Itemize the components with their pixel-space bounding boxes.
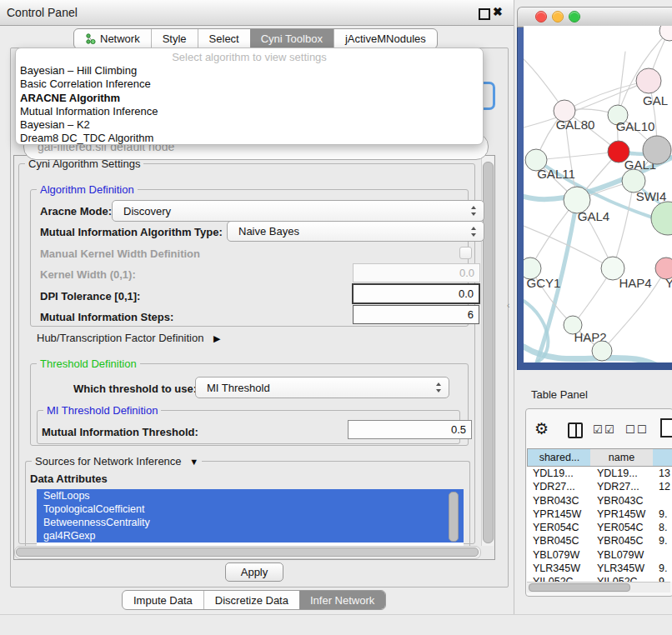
table-cell[interactable]: YBL079W: [590, 548, 653, 562]
minimize-traffic-light-icon[interactable]: [552, 11, 564, 22]
data-attribute-item[interactable]: SelfLoops: [37, 489, 464, 502]
kernel-width-field[interactable]: 0.0: [353, 263, 480, 282]
hub-definition-toggle[interactable]: Hub/Transcription Factor Definition ▶: [37, 332, 220, 344]
network-node[interactable]: [592, 341, 612, 361]
table-cell[interactable]: YBL079W: [527, 548, 590, 562]
unchecked-checkbox-icon[interactable]: ☐: [637, 423, 647, 436]
table-cell[interactable]: YPR145W: [527, 508, 590, 521]
dpi-tolerance-field[interactable]: 0.0: [352, 283, 480, 304]
table-cell[interactable]: YDL19...: [527, 467, 590, 480]
tab-select[interactable]: Select: [198, 29, 250, 48]
table-cell[interactable]: [653, 494, 672, 508]
unchecked-checkbox-icon[interactable]: ☐: [625, 423, 635, 436]
table-cell[interactable]: YDR27...: [590, 480, 653, 493]
table-row[interactable]: YBR045CYBR045C9.: [527, 534, 672, 548]
table-row[interactable]: YIL052CYIL052C9.: [527, 575, 672, 582]
table-row[interactable]: YDR27...YDR27...12: [527, 480, 672, 493]
control-panel-title: Control Panel: [7, 6, 78, 19]
table-row[interactable]: YBR043CYBR043C: [527, 494, 672, 508]
network-node[interactable]: [651, 202, 672, 235]
algorithm-option[interactable]: Basic Correlation Inference: [16, 78, 483, 91]
table-cell[interactable]: 9.: [653, 534, 672, 548]
tab-jactivemnodules[interactable]: jActiveMNodules: [333, 29, 437, 48]
table-cell[interactable]: YER054C: [527, 521, 590, 534]
algorithm-option[interactable]: Bayesian – K2: [16, 118, 483, 132]
table-cell[interactable]: YER054C: [590, 521, 653, 534]
mi-steps-field[interactable]: 6: [353, 305, 479, 324]
table-cell[interactable]: 12: [653, 480, 672, 493]
control-panel-tabbar: Network Style Select Cyni Toolbox jActiv…: [73, 28, 438, 49]
tab-discretize-data[interactable]: Discretize Data: [203, 591, 299, 609]
data-attribute-item[interactable]: BetweennessCentrality: [37, 516, 464, 529]
table-cell[interactable]: YBR045C: [527, 534, 590, 548]
table-hscrollbar-thumb[interactable]: [529, 583, 630, 592]
float-window-icon[interactable]: [479, 8, 490, 20]
table-row[interactable]: YDL19...YDL19...13: [527, 467, 672, 480]
tab-infer-network[interactable]: Infer Network: [299, 591, 385, 609]
which-threshold-value: MI Threshold: [207, 382, 270, 394]
tab-label: Network: [100, 32, 140, 45]
table-row[interactable]: YLR345WYLR345W9.: [527, 562, 672, 575]
tab-impute-data[interactable]: Impute Data: [123, 591, 203, 609]
columns-icon[interactable]: [568, 422, 583, 438]
table-cell[interactable]: YLR345W: [527, 562, 590, 575]
network-edge[interactable]: [564, 81, 649, 111]
aracne-mode-combo[interactable]: Discovery: [112, 200, 484, 222]
table-cell[interactable]: YBR045C: [590, 534, 653, 548]
horizontal-scrollbar-thumb[interactable]: [16, 548, 479, 557]
tab-network[interactable]: Network: [74, 29, 151, 48]
table-cell[interactable]: YIL052C: [527, 575, 590, 582]
network-node-label: GCY1: [527, 276, 561, 290]
close-traffic-light-icon[interactable]: [535, 11, 547, 22]
tab-cyni-toolbox[interactable]: Cyni Toolbox: [250, 29, 333, 48]
checked-checkbox-icon[interactable]: ☑: [604, 423, 614, 436]
table-row[interactable]: YPR145WYPR145W9.: [527, 508, 672, 521]
attributes-scrollbar-thumb[interactable]: [449, 492, 459, 542]
network-node[interactable]: [643, 136, 671, 164]
close-icon[interactable]: ✖: [493, 5, 503, 18]
apply-button[interactable]: Apply: [225, 562, 283, 582]
which-threshold-combo[interactable]: MI Threshold: [195, 377, 449, 398]
network-node[interactable]: [636, 68, 661, 93]
data-attribute-item[interactable]: gal4RGexp: [37, 529, 464, 542]
tab-style[interactable]: Style: [151, 29, 198, 48]
network-canvas[interactable]: GALGAL80GAL10GAL1GAL11SWI4GAL4GCY1HAP4YH…: [524, 26, 672, 362]
algorithm-option[interactable]: ARACNE Algorithm: [16, 92, 483, 105]
table-cell[interactable]: YIL052C: [590, 575, 653, 582]
table-cell[interactable]: YDR27...: [527, 480, 590, 493]
zoom-traffic-light-icon[interactable]: [569, 11, 580, 22]
table-cell[interactable]: YBR043C: [590, 494, 653, 508]
column-header-partial[interactable]: [653, 448, 672, 467]
column-header-name[interactable]: name: [590, 448, 654, 467]
mi-threshold-field[interactable]: 0.5: [348, 420, 472, 439]
table-cell[interactable]: [653, 548, 672, 562]
data-attribute-item[interactable]: TopologicalCoefficient: [37, 502, 464, 516]
column-header-shared-name[interactable]: shared...: [527, 448, 592, 467]
network-edge[interactable]: [613, 181, 634, 268]
table-cell[interactable]: YDL19...: [590, 467, 653, 480]
algorithm-option[interactable]: Bayesian – Hill Climbing: [16, 64, 483, 78]
network-edge[interactable]: [536, 152, 619, 160]
algorithm-option[interactable]: Mutual Information Inference: [16, 105, 483, 118]
table-cell[interactable]: 9.: [653, 562, 672, 575]
gear-icon[interactable]: ⚙: [534, 419, 549, 438]
table-cell[interactable]: 8.: [653, 521, 672, 534]
checked-checkbox-icon[interactable]: ☑: [593, 423, 603, 436]
table-cell[interactable]: 9.: [653, 575, 672, 582]
document-icon[interactable]: [660, 418, 672, 438]
algorithm-option[interactable]: Dream8 DC_TDC Algorithm: [16, 132, 483, 145]
table-cell[interactable]: YLR345W: [590, 562, 653, 575]
split-pane-grabber[interactable]: ‹: [507, 301, 509, 310]
mi-type-combo[interactable]: Naive Bayes: [227, 221, 484, 242]
table-row[interactable]: YER054CYER054C8.: [527, 521, 672, 534]
table-cell[interactable]: 13: [653, 467, 672, 480]
network-graph[interactable]: GALGAL80GAL10GAL1GAL11SWI4GAL4GCY1HAP4YH…: [524, 26, 672, 362]
data-attributes-list[interactable]: SelfLoopsTopologicalCoefficientBetweenne…: [37, 489, 464, 546]
manual-kernel-checkbox[interactable]: [459, 247, 472, 259]
table-cell[interactable]: YPR145W: [590, 508, 653, 521]
sources-group-label[interactable]: Sources for Network Inference ▼: [32, 455, 202, 468]
table-row[interactable]: YBL079WYBL079W: [527, 548, 672, 562]
table-cell[interactable]: YBR043C: [527, 494, 590, 508]
table-cell[interactable]: 9.: [653, 508, 672, 521]
vertical-scrollbar-thumb[interactable]: [483, 162, 494, 543]
